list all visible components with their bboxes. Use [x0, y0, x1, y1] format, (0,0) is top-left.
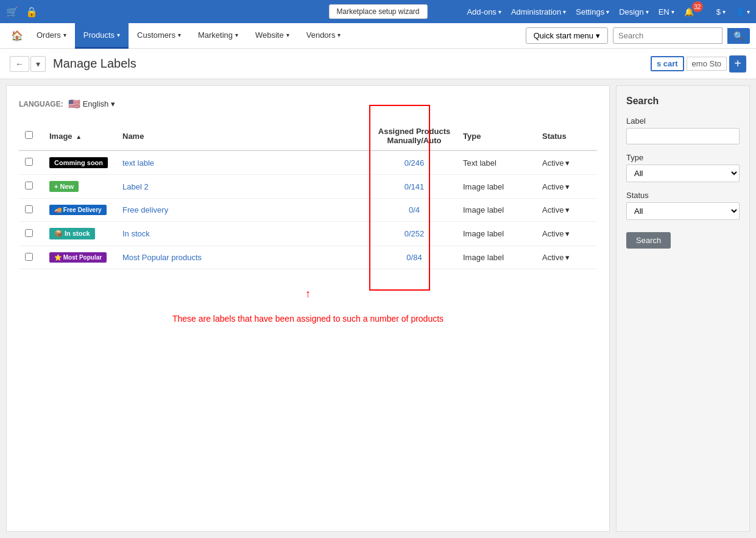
settings-menu[interactable]: Settings ▾ [576, 7, 609, 16]
row-name-link-2[interactable]: Free delivery [122, 205, 168, 214]
nav-website[interactable]: Website ▾ [247, 23, 298, 49]
nav-marketing[interactable]: Marketing ▾ [189, 23, 247, 49]
col-image-header[interactable]: Image ▲ [43, 122, 116, 150]
user-menu[interactable]: 👤 ▾ [735, 7, 750, 16]
label-search-input[interactable] [626, 128, 740, 144]
addons-menu[interactable]: Add-ons ▾ [467, 7, 501, 16]
currency-caret: ▾ [722, 9, 726, 15]
row-assigned-link-3[interactable]: 0/252 [404, 229, 425, 238]
search-button[interactable]: Search [626, 232, 671, 249]
row-image-cell: 📦 In stock [43, 222, 116, 246]
row-type-cell: Text label [457, 150, 536, 175]
type-field-label: Type [626, 153, 740, 162]
language-selector[interactable]: 🇺🇸 English ▾ [68, 98, 116, 110]
store-badge: s cart [651, 56, 684, 71]
top-bar-right: Add-ons ▾ Administration ▾ Settings ▾ De… [467, 6, 750, 17]
design-menu[interactable]: Design ▾ [619, 7, 648, 16]
row-name-link-1[interactable]: Label 2 [122, 182, 149, 191]
website-caret: ▾ [286, 32, 289, 38]
notifications-bell[interactable]: 🔔 32 [684, 6, 707, 17]
marketing-caret: ▾ [235, 32, 238, 38]
row-checkbox-4[interactable] [25, 253, 33, 261]
nav-products[interactable]: Products ▾ [75, 23, 129, 49]
toggle-button[interactable]: ▾ [30, 56, 46, 72]
quick-start-button[interactable]: Quick start menu ▾ [526, 27, 608, 44]
row-type-cell: Image label [457, 222, 536, 246]
addons-caret: ▾ [498, 9, 501, 15]
row-type-cell: Image label [457, 199, 536, 222]
row-assigned-cell: 0/4 [372, 199, 457, 222]
row-checkbox-cell [19, 246, 43, 269]
marketplace-wizard-button[interactable]: Marketplace setup wizard [328, 4, 427, 19]
row-name-cell: Label 2 [116, 175, 372, 199]
labels-table-container: Image ▲ Name Assigned Products Manually/… [19, 122, 597, 325]
row-assigned-link-4[interactable]: 0/84 [406, 253, 422, 262]
row-status-btn-4[interactable]: Active ▾ [542, 253, 570, 262]
nav-customers[interactable]: Customers ▾ [129, 23, 189, 49]
settings-caret: ▾ [606, 9, 609, 15]
administration-caret: ▾ [563, 9, 566, 15]
page-header: ← ▾ Manage Labels s cart emo Sto + [0, 49, 756, 79]
row-name-link-3[interactable]: In stock [122, 229, 150, 238]
row-checkbox-0[interactable] [25, 158, 33, 166]
lang-caret: ▾ [671, 9, 674, 15]
row-assigned-link-2[interactable]: 0/4 [409, 205, 420, 214]
status-caret-3: ▾ [565, 229, 570, 238]
store-name: emo Sto [687, 57, 727, 71]
row-name-cell: text lable [116, 150, 372, 175]
nav-vendors[interactable]: Vendors ▾ [298, 23, 350, 49]
add-label-button[interactable]: + [729, 55, 746, 73]
labels-table: Image ▲ Name Assigned Products Manually/… [19, 122, 597, 269]
row-checkbox-3[interactable] [25, 229, 33, 237]
row-checkbox-1[interactable] [25, 182, 33, 189]
status-caret-4: ▾ [565, 253, 570, 262]
orders-caret: ▾ [63, 32, 66, 38]
language-menu[interactable]: EN ▾ [659, 7, 674, 16]
row-status-btn-3[interactable]: Active ▾ [542, 229, 570, 238]
cart-icon: 🛒 [6, 6, 18, 18]
row-name-link-4[interactable]: Most Popular products [122, 253, 202, 262]
table-header-row: Image ▲ Name Assigned Products Manually/… [19, 122, 597, 150]
row-assigned-link-1[interactable]: 0/141 [404, 182, 425, 191]
annotation-area: ↑ These are labels that have been assign… [19, 288, 597, 325]
nav-orders[interactable]: Orders ▾ [28, 23, 75, 49]
language-label: LANGUAGE: [19, 100, 63, 108]
row-image-cell: ⭐ Most Popular [43, 246, 116, 269]
row-status-cell: Active ▾ [536, 175, 597, 199]
annotation-text: These are labels that have been assigned… [19, 313, 597, 325]
label-badge-0: Comming soon [49, 157, 108, 168]
search-submit-button[interactable]: 🔍 [727, 28, 750, 44]
products-caret: ▾ [117, 32, 120, 38]
status-select[interactable]: All Active Disabled [626, 202, 740, 220]
status-caret-2: ▾ [565, 205, 570, 214]
row-image-cell: + New [43, 175, 116, 199]
row-name-cell: Most Popular products [116, 246, 372, 269]
currency-menu[interactable]: $ ▾ [716, 7, 726, 16]
row-status-btn-1[interactable]: Active ▾ [542, 182, 570, 191]
row-assigned-link-0[interactable]: 0/246 [404, 158, 425, 168]
flag-icon: 🇺🇸 [68, 98, 80, 110]
top-bar: 🛒 🔒 Marketplace setup wizard Add-ons ▾ A… [0, 0, 756, 23]
col-type-header: Type [457, 122, 536, 150]
row-checkbox-cell [19, 222, 43, 246]
table-row: 🚚 Free Delivery Free delivery 0/4 Image … [19, 199, 597, 222]
back-button[interactable]: ← [10, 56, 29, 72]
type-select[interactable]: All Text label Image label [626, 165, 740, 182]
home-button[interactable]: 🏠 [6, 30, 28, 41]
row-name-link-0[interactable]: text lable [122, 158, 154, 168]
row-type-cell: Image label [457, 175, 536, 199]
table-row: 📦 In stock In stock 0/252 Image label Ac… [19, 222, 597, 246]
row-status-cell: Active ▾ [536, 150, 597, 175]
search-input[interactable] [613, 27, 722, 44]
type-form-group: Type All Text label Image label [626, 153, 740, 182]
administration-menu[interactable]: Administration ▾ [511, 7, 566, 16]
main-content: LANGUAGE: 🇺🇸 English ▾ Image ▲ [0, 79, 756, 538]
vendors-caret: ▾ [337, 32, 341, 38]
status-field-label: Status [626, 191, 740, 200]
row-status-btn-2[interactable]: Active ▾ [542, 205, 570, 214]
row-assigned-cell: 0/141 [372, 175, 457, 199]
select-all-checkbox[interactable] [25, 131, 33, 139]
row-checkbox-2[interactable] [25, 205, 33, 213]
row-status-btn-0[interactable]: Active ▾ [542, 158, 570, 168]
label-form-group: Label [626, 116, 740, 144]
